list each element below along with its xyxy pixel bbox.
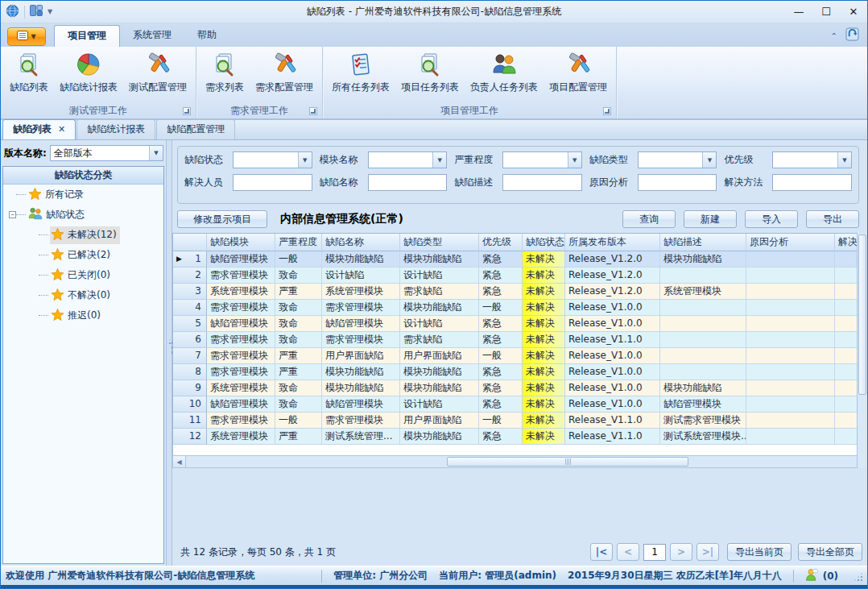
grid-cell[interactable] (835, 251, 858, 268)
grid-cell[interactable] (835, 316, 858, 332)
dialog-launcher-icon[interactable] (603, 107, 611, 115)
row-header-cell[interactable]: 3 (173, 284, 207, 300)
filter-combo-row1-3[interactable]: ▼ (638, 151, 717, 168)
ribbon-tab-2[interactable]: 帮助 (184, 25, 229, 47)
close-button[interactable]: ✕ (840, 2, 867, 23)
ribbon-button-2-0[interactable]: 所有任务列表 (326, 48, 395, 94)
grid-cell[interactable] (835, 300, 858, 316)
table-row[interactable]: 12系统管理模块严重测试系统管理...模块功能缺陷紧急未解决Release_V1… (173, 429, 858, 445)
row-header-cell[interactable]: 12 (173, 429, 207, 445)
table-row[interactable]: 2需求管理模块致命设计缺陷设计缺陷紧急未解决Release_V1.2.0 (173, 268, 858, 284)
grid-cell[interactable]: Release_V1.0.0 (565, 316, 660, 332)
grid-cell[interactable]: 未解决 (523, 268, 565, 284)
grid-cell[interactable]: 一般 (479, 348, 523, 364)
ribbon-button-2-2[interactable]: 负责人任务列表 (465, 48, 544, 94)
grid-cell[interactable]: 缺陷管理模块 (207, 396, 275, 413)
grid-cell[interactable]: 需求管理模块 (207, 332, 275, 348)
grid-cell[interactable]: Release_V1.2.0 (565, 251, 660, 268)
grid-cell[interactable]: 严重 (275, 364, 322, 380)
action-button-2[interactable]: 导入 (745, 210, 798, 228)
grid-cell[interactable]: 需求管理模块 (207, 364, 275, 380)
action-button-1[interactable]: 新建 (684, 210, 737, 228)
grid-cell[interactable]: 紧急 (479, 268, 523, 284)
grid-cell[interactable]: 需求缺陷 (400, 332, 479, 348)
grid-cell[interactable]: 需求缺陷 (400, 284, 479, 300)
first-page-button[interactable]: |< (590, 543, 613, 561)
grid-cell[interactable]: Release_V1.1.0 (565, 413, 660, 429)
filter-combo-row1-2[interactable]: ▼ (502, 151, 582, 168)
grid-cell[interactable]: 紧急 (479, 364, 523, 380)
grid-cell[interactable] (746, 396, 835, 413)
filter-input-row2-1[interactable] (369, 175, 447, 190)
grid-cell[interactable] (746, 251, 835, 268)
export-current-page-button[interactable]: 导出当前页 (727, 543, 792, 561)
row-header-cell[interactable]: 11 (173, 413, 207, 429)
row-header-cell[interactable]: 8 (173, 364, 207, 380)
grid-cell[interactable]: 未解决 (523, 332, 565, 348)
grid-cell[interactable]: 模块功能缺陷 (400, 364, 479, 380)
table-row[interactable]: 8需求管理模块严重模块功能缺陷模块功能缺陷紧急未解决Release_V1.0.0 (173, 364, 858, 380)
row-header-cell[interactable]: 4 (173, 300, 207, 316)
action-button-0[interactable]: 查询 (622, 210, 676, 228)
grid-cell[interactable]: 缺陷管理模块 (207, 251, 275, 268)
page-number-input[interactable] (643, 544, 666, 561)
grid-cell[interactable] (746, 268, 835, 284)
document-tab-1[interactable]: 缺陷统计报表 (76, 119, 155, 139)
grid-cell[interactable] (835, 429, 858, 445)
grid-cell[interactable] (835, 380, 858, 396)
column-header-5[interactable]: 缺陷状态 (523, 234, 565, 251)
grid-cell[interactable]: Release_V1.0.0 (565, 380, 660, 396)
maximize-button[interactable]: ☐ (812, 2, 840, 23)
grid-cell[interactable]: 紧急 (479, 284, 523, 300)
grid-cell[interactable]: 设计缺陷 (400, 316, 479, 332)
tree-node-6[interactable]: 推迟(0) (3, 305, 163, 326)
grid-cell[interactable]: Release_V1.0.0 (565, 364, 660, 380)
grid-cell[interactable]: 未解决 (523, 300, 565, 316)
last-page-button[interactable]: >| (696, 543, 719, 561)
tree-node-1[interactable]: –缺陷状态 (3, 205, 163, 225)
document-tab-0[interactable]: 缺陷列表✕ (2, 119, 76, 139)
grid-cell[interactable]: 模块功能缺陷 (400, 300, 479, 316)
scrollbar-thumb[interactable] (447, 457, 688, 467)
grid-cell[interactable]: 未解决 (523, 429, 565, 445)
filter-combo-row1-4[interactable]: ▼ (772, 151, 852, 168)
grid-cell[interactable]: 模块功能缺陷 (322, 364, 400, 380)
column-header-4[interactable]: 优先级 (479, 234, 523, 251)
grid-cell[interactable]: 致命 (275, 300, 322, 316)
grid-cell[interactable]: 模块功能缺陷 (400, 251, 479, 268)
ribbon-button-1-1[interactable]: 需求配置管理 (250, 48, 319, 94)
ribbon-button-2-1[interactable]: 项目任务列表 (395, 48, 465, 94)
grid-cell[interactable] (835, 348, 858, 364)
skin-selector-icon[interactable] (30, 5, 43, 19)
grid-cell[interactable]: 设计缺陷 (400, 396, 479, 413)
dialog-launcher-icon[interactable] (309, 107, 317, 115)
grid-cell[interactable] (746, 429, 835, 445)
ribbon-button-0-2[interactable]: 测试配置管理 (123, 48, 192, 94)
grid-cell[interactable]: Release_V1.0.0 (565, 396, 660, 413)
action-button-3[interactable]: 导出 (806, 210, 859, 228)
column-header-7[interactable]: 缺陷描述 (660, 234, 746, 251)
ribbon-tab-0[interactable]: 项目管理 (54, 25, 120, 47)
grid-cell[interactable] (660, 316, 746, 332)
grid-cell[interactable]: 未解决 (523, 316, 565, 332)
chevron-down-icon[interactable]: ▼ (702, 152, 716, 168)
version-combobox[interactable]: 全部版本 ▼ (50, 145, 163, 161)
filter-combo-row1-1[interactable]: ▼ (368, 151, 448, 168)
grid-cell[interactable]: Release_V1.2.0 (565, 284, 660, 300)
vertical-scrollbar[interactable] (857, 233, 867, 468)
export-all-pages-button[interactable]: 导出全部页 (798, 543, 862, 561)
grid-cell[interactable]: 测试需求管理模块 (660, 413, 746, 429)
grid-cell[interactable]: 紧急 (479, 251, 523, 268)
scrollbar-thumb[interactable] (858, 234, 866, 395)
column-header-1[interactable]: 严重程度 (275, 234, 322, 251)
scroll-left-icon[interactable]: ◀ (173, 456, 186, 467)
table-row[interactable]: 9系统管理模块致命模块功能缺陷模块功能缺陷紧急未解决Release_V1.0.0… (173, 380, 858, 396)
filter-combo-row1-0[interactable]: ▼ (233, 151, 312, 168)
grid-cell[interactable] (746, 364, 835, 380)
table-row[interactable]: 3系统管理模块严重系统管理模块需求缺陷紧急未解决Release_V1.2.0系统… (173, 284, 858, 300)
grid-cell[interactable]: 需求管理模块 (322, 332, 400, 348)
grid-cell[interactable]: Release_V1.0.0 (565, 348, 660, 364)
filter-input-row2-3[interactable] (639, 175, 717, 190)
application-menu-button[interactable]: ▼ (7, 27, 46, 46)
grid-cell[interactable]: 缺陷管理模块 (322, 316, 400, 332)
